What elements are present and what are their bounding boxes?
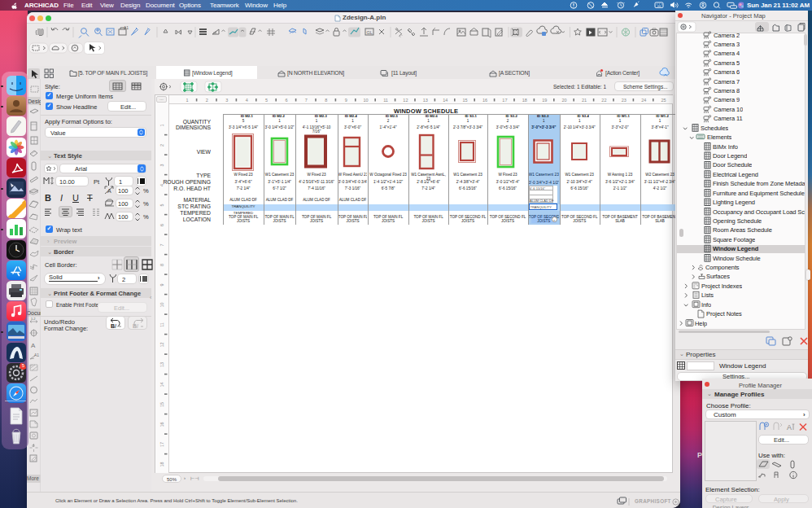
svg-text:A: A xyxy=(31,342,36,349)
svg-text:A1: A1 xyxy=(124,25,129,30)
svg-text:Docum: Docum xyxy=(27,310,41,316)
svg-text:I: I xyxy=(115,323,116,329)
svg-text:1.2: 1.2 xyxy=(31,317,36,321)
svg-text:GL: GL xyxy=(367,30,373,35)
svg-text:A: A xyxy=(107,188,111,194)
svg-text:Design: Design xyxy=(28,99,41,105)
svg-text:I: I xyxy=(137,323,138,329)
svg-text:A: A xyxy=(787,423,792,431)
svg-text:A1: A1 xyxy=(34,353,39,357)
